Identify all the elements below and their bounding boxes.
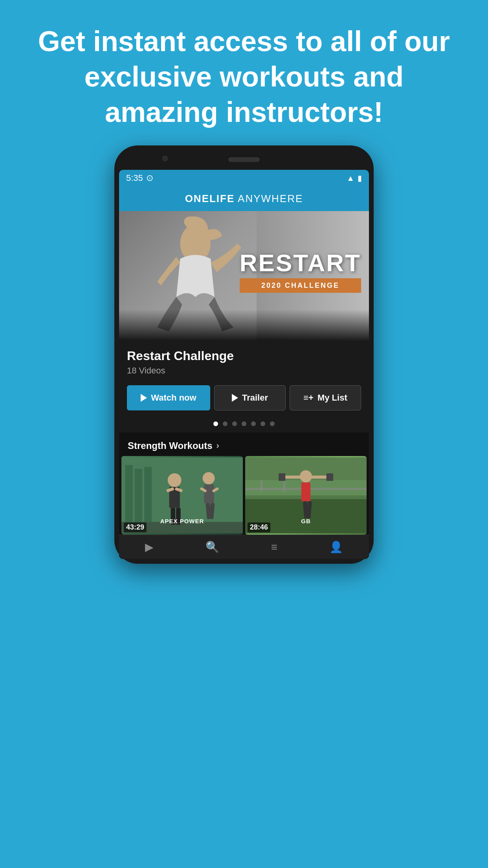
svg-rect-22 <box>261 480 263 491</box>
thumbnails-row: 43:29 APEX POWER <box>119 456 369 535</box>
program-subtitle: 2020 CHALLENGE <box>240 278 361 293</box>
svg-rect-29 <box>279 473 285 481</box>
search-icon: 🔍 <box>205 541 219 554</box>
app-header: ONELIFE ANYWHERE <box>119 186 369 211</box>
bottom-nav: ▶ 🔍 ≡ 👤 <box>119 535 369 559</box>
video-count: 18 Videos <box>127 366 361 376</box>
dot-6[interactable] <box>261 421 265 426</box>
nav-home[interactable]: ▶ <box>145 541 154 554</box>
hero-title: Get instant access to all of our exclusi… <box>31 24 457 130</box>
watch-play-icon <box>141 394 147 402</box>
home-icon: ▶ <box>145 541 154 554</box>
svg-rect-27 <box>283 476 302 479</box>
phone-device: 5:35 ⊙ ▲ ▮ ONELIFE ANYWHERE <box>114 145 374 564</box>
dot-5[interactable] <box>251 421 256 426</box>
profile-icon: 👤 <box>329 541 343 554</box>
my-list-button[interactable]: ≡+ My List <box>290 385 361 410</box>
program-title: RESTART <box>240 251 361 275</box>
svg-rect-26 <box>301 482 310 501</box>
watch-now-button[interactable]: Watch now <box>127 385 210 410</box>
thumbnail-card-2[interactable]: 28:46 GB <box>245 456 367 535</box>
chevron-right-icon: › <box>216 441 219 451</box>
status-bar: 5:35 ⊙ ▲ ▮ <box>119 170 369 186</box>
phone-wrapper: 5:35 ⊙ ▲ ▮ ONELIFE ANYWHERE <box>0 145 488 564</box>
phone-screen: 5:35 ⊙ ▲ ▮ ONELIFE ANYWHERE <box>119 170 369 559</box>
svg-rect-28 <box>310 476 328 479</box>
strength-section-header[interactable]: Strength Workouts › <box>119 432 369 456</box>
thumbnail-bg-1: 43:29 APEX POWER <box>121 456 243 535</box>
status-right: ▲ ▮ <box>347 173 362 183</box>
svg-rect-4 <box>144 467 152 522</box>
status-left: 5:35 ⊙ <box>126 173 153 183</box>
list-icon: ≡ <box>271 541 277 554</box>
content-title: Restart Challenge <box>127 349 361 363</box>
phone-speaker <box>228 157 260 162</box>
dot-4[interactable] <box>242 421 246 426</box>
svg-rect-2 <box>125 465 133 522</box>
svg-point-11 <box>203 472 215 484</box>
trailer-button[interactable]: Trailer <box>214 385 286 410</box>
svg-rect-30 <box>327 473 333 481</box>
my-list-label: My List <box>317 393 347 403</box>
thumbnail-bg-2: 28:46 GB <box>245 456 367 535</box>
brand-bold: ONELIFE <box>185 193 235 204</box>
time-display: 5:35 <box>126 173 143 183</box>
phone-camera <box>162 156 168 161</box>
dot-1[interactable] <box>213 421 218 426</box>
hero-section: Get instant access to all of our exclusi… <box>0 0 488 145</box>
battery-icon: ▮ <box>358 173 362 183</box>
dot-2[interactable] <box>223 421 227 426</box>
strength-section-title: Strength Workouts <box>128 440 213 451</box>
svg-rect-23 <box>283 480 286 491</box>
trailer-label: Trailer <box>242 393 268 403</box>
thumbnail-duration-2: 28:46 <box>248 522 270 532</box>
nav-profile[interactable]: 👤 <box>329 541 343 554</box>
nav-list[interactable]: ≡ <box>271 541 277 554</box>
svg-rect-3 <box>135 469 142 522</box>
thumbnail-label-2: GB <box>301 518 311 524</box>
trailer-play-icon <box>232 394 238 402</box>
brand-thin: ANYWHERE <box>235 193 303 204</box>
thumbnail-duration-1: 43:29 <box>124 522 147 532</box>
program-text-overlay: RESTART 2020 CHALLENGE <box>240 251 361 293</box>
signal-icon: ⊙ <box>146 173 153 183</box>
wifi-icon: ▲ <box>347 174 354 183</box>
my-list-icon: ≡+ <box>303 393 314 403</box>
nav-search[interactable]: 🔍 <box>205 541 219 554</box>
thumbnail-card-1[interactable]: 43:29 APEX POWER <box>121 456 243 535</box>
svg-point-5 <box>168 473 182 487</box>
content-info: Restart Challenge 18 Videos <box>119 341 369 380</box>
thumbnail-label-1: APEX POWER <box>160 518 204 524</box>
phone-notch <box>119 150 369 170</box>
hero-image[interactable]: RESTART 2020 CHALLENGE <box>119 211 369 341</box>
watch-now-label: Watch now <box>151 393 196 403</box>
action-buttons: Watch now Trailer ≡+ My List <box>119 380 369 417</box>
hero-gradient <box>119 309 369 341</box>
dot-3[interactable] <box>232 421 237 426</box>
dot-7[interactable] <box>270 421 275 426</box>
svg-rect-12 <box>204 484 214 503</box>
hero-background: RESTART 2020 CHALLENGE <box>119 211 369 341</box>
pagination-dots <box>119 417 369 432</box>
